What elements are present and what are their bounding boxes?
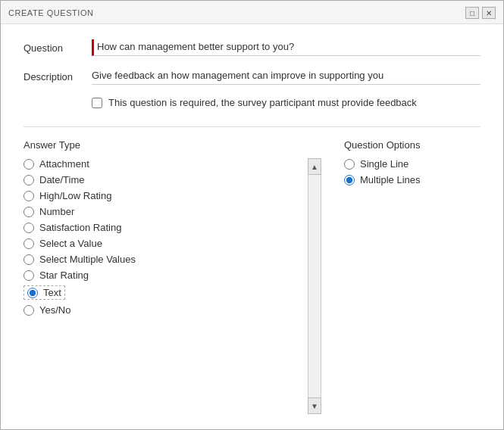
question-field-row: Question (23, 39, 481, 56)
radio-yesno[interactable] (23, 305, 34, 316)
radio-selectmulti[interactable] (23, 254, 34, 265)
scroll-track (308, 175, 321, 397)
answer-type-starrating[interactable]: Star Rating (23, 270, 305, 281)
radio-label-singleline: Single Line (360, 158, 409, 170)
option-multilines[interactable]: Multiple Lines (344, 174, 481, 185)
close-button[interactable]: ✕ (482, 7, 496, 19)
scroll-down-button[interactable]: ▼ (308, 397, 321, 414)
description-input-wrap (92, 68, 481, 85)
dialog-title: CREATE QUESTION (8, 8, 94, 17)
dialog-controls: □ ✕ (465, 7, 496, 19)
divider (23, 126, 481, 127)
radio-label-selectvalue: Select a Value (39, 238, 102, 249)
radio-highlow[interactable] (23, 191, 34, 201)
radio-singleline[interactable] (344, 159, 355, 170)
radio-label-attachment: Attachment (39, 158, 89, 170)
description-field-row: Description (23, 68, 481, 85)
answer-type-number[interactable]: Number (23, 206, 305, 217)
radio-text[interactable] (27, 288, 38, 298)
minimize-button[interactable]: □ (465, 7, 479, 19)
radio-multilines[interactable] (344, 175, 355, 185)
answer-type-satisfaction[interactable]: Satisfaction Rating (23, 222, 305, 233)
answer-type-list: Attachment Date/Time High/Low Rating (23, 158, 305, 414)
radio-label-number: Number (39, 206, 74, 217)
radio-label-highlow: High/Low Rating (39, 190, 111, 201)
radio-selectvalue[interactable] (23, 238, 34, 249)
dialog-body: Question Description This question is re… (1, 24, 503, 429)
radio-satisfaction[interactable] (23, 223, 34, 233)
dialog-titlebar: CREATE QUESTION □ ✕ (1, 1, 503, 24)
radio-label-datetime: Date/Time (39, 174, 84, 185)
radio-attachment[interactable] (23, 159, 34, 170)
answer-type-inner: Attachment Date/Time High/Low Rating (23, 158, 321, 414)
answer-type-highlow[interactable]: High/Low Rating (23, 190, 305, 201)
radio-label-starrating: Star Rating (39, 270, 89, 281)
radio-starrating[interactable] (23, 270, 34, 281)
question-input-wrap (92, 39, 481, 56)
answer-type-selectvalue[interactable]: Select a Value (23, 238, 305, 249)
scroll-up-button[interactable]: ▲ (308, 158, 321, 175)
question-options-list: Single Line Multiple Lines (344, 158, 481, 414)
answer-type-yesno[interactable]: Yes/No (23, 304, 305, 316)
option-singleline[interactable]: Single Line (344, 158, 481, 170)
radio-label-selectmulti: Select Multiple Values (39, 254, 136, 265)
create-question-dialog: CREATE QUESTION □ ✕ Question Description (0, 0, 504, 430)
radio-number[interactable] (23, 207, 34, 217)
radio-label-text: Text (43, 287, 61, 298)
radio-datetime[interactable] (23, 175, 34, 185)
answer-type-attachment[interactable]: Attachment (23, 158, 305, 170)
answer-type-datetime[interactable]: Date/Time (23, 174, 305, 185)
question-input[interactable] (92, 39, 481, 56)
radio-label-yesno: Yes/No (39, 304, 70, 316)
radio-label-satisfaction: Satisfaction Rating (39, 222, 121, 233)
answer-type-scrollbar: ▲ ▼ (308, 158, 321, 414)
required-checkbox-label: This question is required, the survey pa… (108, 97, 417, 108)
required-checkbox[interactable] (92, 98, 102, 108)
answer-type-selectmulti[interactable]: Select Multiple Values (23, 254, 305, 265)
answer-type-text[interactable]: Text (23, 285, 65, 300)
radio-label-multilines: Multiple Lines (360, 174, 421, 185)
description-input[interactable] (92, 68, 481, 85)
two-col-section: Answer Type Attachment Date/Time (23, 139, 481, 414)
question-options-title: Question Options (344, 139, 481, 151)
required-checkbox-row: This question is required, the survey pa… (92, 97, 481, 108)
question-options-column: Question Options Single Line Multiple Li… (329, 139, 481, 414)
answer-type-column: Answer Type Attachment Date/Time (23, 139, 329, 414)
answer-type-title: Answer Type (23, 139, 321, 151)
description-label: Description (23, 68, 92, 83)
question-label: Question (23, 39, 92, 54)
